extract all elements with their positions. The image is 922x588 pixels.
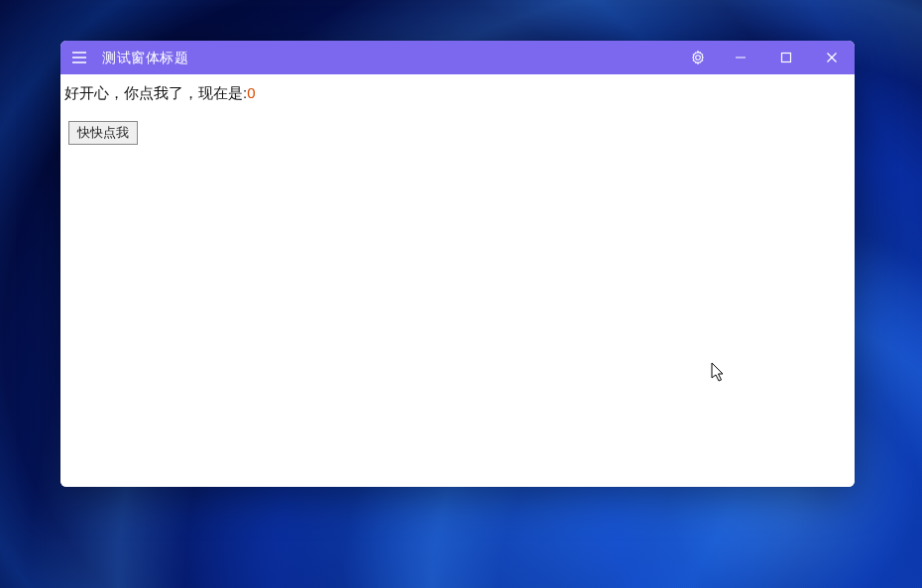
- hamburger-menu-icon[interactable]: [60, 41, 98, 74]
- window-titlebar[interactable]: 测试窗体标题: [60, 41, 855, 74]
- close-button[interactable]: [809, 41, 855, 74]
- gear-icon: [690, 50, 706, 65]
- click-count: 0: [247, 84, 255, 101]
- click-me-button[interactable]: 快快点我: [68, 121, 138, 145]
- minimize-button[interactable]: [718, 41, 763, 74]
- maximize-icon: [780, 52, 792, 63]
- message-text: 好开心，你点我了，现在是:: [64, 84, 247, 101]
- close-icon: [826, 52, 838, 63]
- window-content: 好开心，你点我了，现在是:0 快快点我: [60, 74, 855, 487]
- status-message: 好开心，你点我了，现在是:0: [60, 74, 855, 109]
- maximize-button[interactable]: [763, 41, 809, 74]
- minimize-icon: [735, 52, 747, 63]
- menu-icon: [71, 51, 87, 64]
- settings-button[interactable]: [678, 41, 718, 74]
- window-title: 测试窗体标题: [98, 48, 188, 67]
- app-window: 测试窗体标题: [60, 41, 855, 487]
- svg-rect-4: [782, 54, 791, 62]
- window-controls: [678, 41, 855, 74]
